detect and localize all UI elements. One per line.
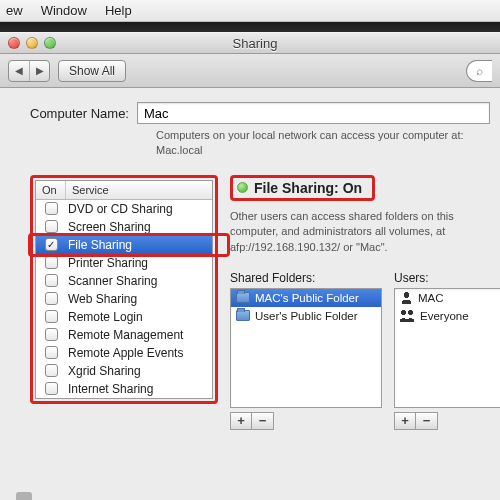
service-label: DVD or CD Sharing (66, 202, 173, 216)
titlebar[interactable]: Sharing (0, 32, 500, 54)
window-title: Sharing (64, 36, 446, 51)
folder-icon (236, 292, 250, 303)
computer-name-label: Computer Name: (30, 106, 129, 121)
users-heading: Users: (394, 271, 500, 285)
status-highlight-ring: File Sharing: On (230, 175, 375, 201)
service-label: Remote Login (66, 310, 143, 324)
service-label: Remote Apple Events (66, 346, 183, 360)
service-checkbox[interactable] (45, 256, 58, 269)
shared-folders-list[interactable]: MAC's Public FolderUser's Public Folder (230, 288, 382, 408)
service-checkbox[interactable] (45, 202, 58, 215)
content-area: Computer Name: Computers on your local n… (0, 88, 500, 500)
service-label: Scanner Sharing (66, 274, 157, 288)
service-checkbox[interactable] (45, 220, 58, 233)
service-label: Internet Sharing (66, 382, 153, 396)
add-user-button[interactable]: + (394, 412, 416, 430)
status-description: Other users can access shared folders on… (230, 209, 500, 255)
search-field[interactable]: ⌕ (466, 60, 492, 82)
user-row[interactable]: MAC (395, 289, 500, 307)
services-list: On Service DVD or CD SharingScreen Shari… (35, 180, 213, 399)
service-checkbox[interactable] (45, 292, 58, 305)
column-on[interactable]: On (36, 181, 66, 199)
zoom-icon[interactable] (44, 37, 56, 49)
menu-item[interactable]: Help (105, 3, 132, 18)
menu-item[interactable]: ew (6, 3, 23, 18)
service-checkbox[interactable] (45, 382, 58, 395)
user-icon (400, 291, 413, 304)
service-checkbox[interactable] (45, 364, 58, 377)
service-row[interactable]: Remote Management (36, 326, 212, 344)
user-label: Everyone (420, 310, 469, 322)
service-row[interactable]: ✓File Sharing (36, 236, 212, 254)
service-label: File Sharing (66, 238, 132, 252)
close-icon[interactable] (8, 37, 20, 49)
desktop-background (0, 22, 500, 32)
folder-row[interactable]: User's Public Folder (231, 307, 381, 325)
group-icon (400, 309, 415, 322)
computer-name-hint: Computers on your local network can acce… (156, 128, 490, 159)
service-row[interactable]: Xgrid Sharing (36, 362, 212, 380)
show-all-button[interactable]: Show All (58, 60, 126, 82)
folder-label: User's Public Folder (255, 310, 358, 322)
folder-row[interactable]: MAC's Public Folder (231, 289, 381, 307)
service-row[interactable]: Remote Apple Events (36, 344, 212, 362)
computer-name-field[interactable] (137, 102, 490, 124)
status-title: File Sharing: On (254, 180, 362, 196)
service-label: Printer Sharing (66, 256, 148, 270)
service-checkbox[interactable] (45, 346, 58, 359)
service-row[interactable]: Remote Login (36, 308, 212, 326)
service-row[interactable]: Screen Sharing (36, 218, 212, 236)
forward-button[interactable]: ▶ (29, 61, 49, 81)
service-checkbox[interactable] (45, 328, 58, 341)
menubar: ew Window Help (0, 0, 500, 22)
status-led-icon (237, 182, 248, 193)
service-label: Remote Management (66, 328, 183, 342)
service-label: Xgrid Sharing (66, 364, 141, 378)
service-label: Web Sharing (66, 292, 137, 306)
service-row[interactable]: Printer Sharing (36, 254, 212, 272)
service-checkbox[interactable] (45, 310, 58, 323)
services-header: On Service (36, 181, 212, 200)
sharing-window: Sharing ◀ ▶ Show All ⌕ Computer Name: Co… (0, 32, 500, 500)
minimize-icon[interactable] (26, 37, 38, 49)
service-row[interactable]: Scanner Sharing (36, 272, 212, 290)
shared-folders-heading: Shared Folders: (230, 271, 382, 285)
search-icon: ⌕ (476, 64, 483, 78)
nav-back-forward: ◀ ▶ (8, 60, 50, 82)
menu-item[interactable]: Window (41, 3, 87, 18)
user-row[interactable]: Everyone (395, 307, 500, 325)
toolbar: ◀ ▶ Show All ⌕ (0, 54, 500, 88)
remove-folder-button[interactable]: − (252, 412, 274, 430)
lock-row[interactable] (16, 492, 32, 500)
service-label: Screen Sharing (66, 220, 151, 234)
folder-icon (236, 310, 250, 321)
user-label: MAC (418, 292, 444, 304)
services-highlight-ring: On Service DVD or CD SharingScreen Shari… (30, 175, 218, 404)
column-service[interactable]: Service (66, 181, 115, 199)
remove-user-button[interactable]: − (416, 412, 438, 430)
service-checkbox[interactable] (45, 274, 58, 287)
add-folder-button[interactable]: + (230, 412, 252, 430)
service-row[interactable]: Internet Sharing (36, 380, 212, 398)
lock-icon (16, 492, 32, 500)
service-row[interactable]: Web Sharing (36, 290, 212, 308)
back-button[interactable]: ◀ (9, 61, 29, 81)
window-controls (8, 37, 56, 49)
service-checkbox[interactable]: ✓ (45, 238, 58, 251)
users-list[interactable]: MACEveryone (394, 288, 500, 408)
folder-label: MAC's Public Folder (255, 292, 359, 304)
service-row[interactable]: DVD or CD Sharing (36, 200, 212, 218)
